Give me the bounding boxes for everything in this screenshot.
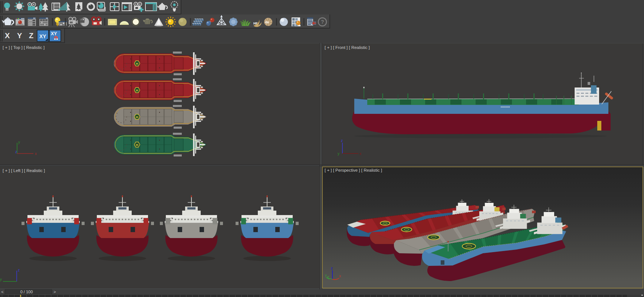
- svg-text:XY: XY: [51, 31, 57, 36]
- svg-text:?: ?: [321, 19, 324, 25]
- svg-text:x: x: [35, 152, 37, 156]
- svg-text:z: z: [18, 268, 20, 272]
- svg-text:y: y: [338, 152, 339, 156]
- svg-text:H: H: [136, 89, 138, 92]
- svg-text:H: H: [136, 115, 138, 119]
- svg-text:z: z: [341, 139, 343, 143]
- svg-text:y: y: [325, 273, 327, 277]
- svg-text:x: x: [359, 152, 361, 156]
- svg-text:HF: HF: [253, 22, 258, 25]
- svg-text:z: z: [331, 266, 333, 270]
- svg-text:Y: Y: [17, 32, 22, 40]
- svg-text:y: y: [0, 277, 2, 281]
- svg-text:0x: 0x: [265, 20, 269, 24]
- svg-text:H: H: [136, 62, 138, 66]
- svg-text:XY: XY: [39, 33, 46, 39]
- svg-text:X: X: [5, 32, 10, 40]
- svg-text:z: z: [15, 150, 17, 154]
- svg-text:x: x: [339, 274, 341, 278]
- svg-text:H: H: [136, 143, 138, 147]
- svg-text:y: y: [18, 140, 20, 144]
- svg-text:Z: Z: [29, 32, 33, 40]
